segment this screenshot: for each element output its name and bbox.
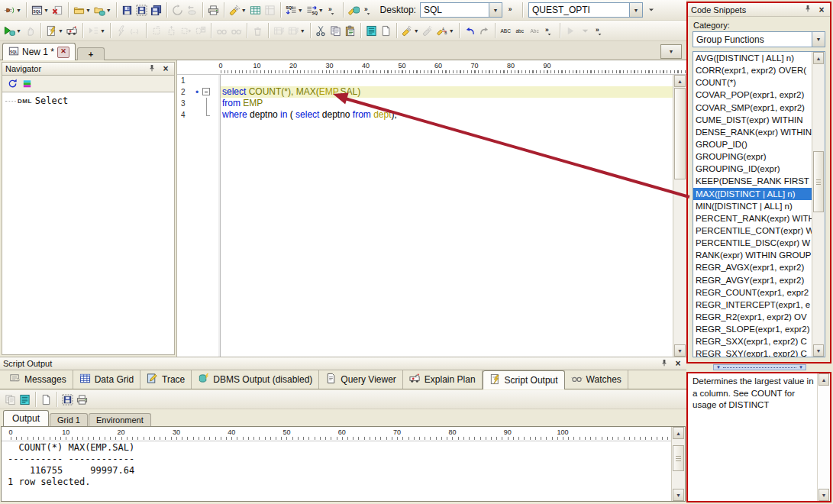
layers-button[interactable] — [20, 75, 34, 93]
panel-splitter[interactable]: ▼ ▼ — [713, 364, 806, 370]
code-line[interactable]: from EMP — [221, 98, 673, 109]
describe-button[interactable]: ▼ — [228, 1, 248, 19]
snippet-item[interactable]: PERCENTILE_DISC(expr) W — [693, 237, 812, 249]
tab-list-dropdown[interactable]: ▼ — [660, 44, 682, 59]
new-sql-window-button[interactable]: SQL▼ — [30, 1, 50, 19]
dropdown-arrow-icon[interactable]: ▼ — [86, 8, 91, 13]
sql-editor[interactable]: 0102030405060708090 12•34 select COUNT(*… — [177, 60, 686, 357]
scroll-down-icon[interactable]: ▼ — [674, 344, 686, 357]
scrollbar-thumb[interactable] — [813, 151, 824, 212]
scroll-down-icon[interactable]: ▼ — [813, 344, 824, 357]
abc-upper-button[interactable]: ABC — [499, 21, 513, 40]
snippet-item[interactable]: MAX([DISTINCT | ALL] n) — [693, 188, 812, 200]
editor-scrollbar[interactable]: ▲ ▼ — [673, 75, 686, 357]
close-tab-icon[interactable]: ✕ — [57, 47, 69, 58]
copy-button[interactable] — [328, 21, 343, 40]
chevron-button[interactable]: » — [592, 21, 607, 40]
subtab-output[interactable]: Output — [3, 410, 49, 426]
new-doc-button[interactable] — [39, 390, 53, 409]
snippet-item[interactable]: GROUPING(expr) — [693, 150, 812, 163]
flashlight-button[interactable]: ▼ — [400, 21, 421, 40]
describe-db-button[interactable] — [347, 1, 361, 19]
undo-button[interactable] — [463, 21, 477, 40]
snippet-item[interactable]: CUME_DIST(expr) WITHIN — [693, 114, 812, 126]
snippet-item[interactable]: REGR_SXY(expr1, expr2) C — [693, 347, 812, 357]
schema-browser-button[interactable] — [248, 1, 263, 19]
connection-select[interactable]: QUEST_OPTI ▼ — [528, 2, 643, 18]
open-file-button[interactable]: ▼ — [72, 1, 92, 19]
new-doc-button[interactable] — [379, 21, 393, 40]
tab-messages[interactable]: Messages — [3, 370, 73, 389]
chevron-down-icon[interactable]: ▼ — [629, 3, 642, 17]
snippet-item[interactable]: PERCENT_RANK(expr) WITH — [693, 212, 812, 225]
snippet-item[interactable]: GROUPING_ID(expr) — [693, 163, 812, 175]
save-all-button[interactable] — [149, 1, 163, 19]
flash-ab-button[interactable]: AB▼ — [435, 21, 456, 40]
save-as-button[interactable] — [60, 390, 75, 409]
category-select[interactable]: Group Functions ▼ — [693, 31, 825, 47]
cut-button[interactable] — [314, 21, 328, 40]
snippet-item[interactable]: CORR(expr1, expr2) OVER( — [693, 64, 812, 76]
chevron-down-icon[interactable]: ▼ — [489, 3, 502, 17]
scroll-up-icon[interactable]: ▲ — [674, 75, 686, 87]
code-line[interactable]: select COUNT(*), MAX(EMP.SAL) — [221, 86, 673, 98]
tab-trace[interactable]: Trace — [140, 370, 192, 389]
snippet-item[interactable]: COVAR_POP(expr1, expr2) — [693, 89, 812, 101]
format-doc-button[interactable] — [18, 390, 32, 409]
snippet-item[interactable]: MIN([DISTINCT | ALL] n) — [693, 200, 812, 212]
save-button[interactable] — [120, 1, 134, 19]
snippet-item[interactable]: RANK(expr) WITHIN GROUP — [693, 249, 812, 261]
dropdown-arrow-icon[interactable]: ▼ — [318, 8, 324, 13]
tab-script-output[interactable]: Script Output — [483, 370, 565, 389]
dropdown-arrow-icon[interactable]: ▼ — [414, 28, 419, 34]
chevron-down-icon[interactable]: ▼ — [812, 32, 825, 47]
paste-button[interactable] — [343, 21, 357, 40]
scrollbar-thumb[interactable] — [674, 88, 686, 179]
fold-column[interactable] — [202, 86, 211, 98]
snippet-item[interactable]: REGR_COUNT(expr1, expr2 — [693, 286, 812, 299]
connect-button[interactable]: ▼ — [2, 1, 23, 19]
dropdown-arrow-icon[interactable]: ▼ — [16, 8, 21, 13]
tab-data-grid[interactable]: Data Grid — [73, 370, 140, 389]
dropdown-arrow-icon[interactable]: ▼ — [44, 8, 49, 13]
close-icon[interactable]: × — [816, 6, 827, 14]
pin-icon[interactable] — [802, 4, 813, 15]
dropdown-arrow-icon[interactable]: ▼ — [16, 28, 21, 34]
code-line[interactable]: where deptno in ( select deptno from dep… — [221, 109, 673, 121]
dropdown-arrow-icon[interactable]: ▼ — [58, 28, 63, 34]
description-scrollbar[interactable]: ▲ ▼ — [817, 373, 830, 501]
collapse-down-icon[interactable]: ▼ — [799, 365, 803, 370]
close-window-button[interactable] — [50, 1, 65, 19]
scroll-down-icon[interactable]: ▼ — [818, 489, 829, 501]
snippet-item[interactable]: COUNT(*) — [693, 76, 812, 89]
collapse-up-icon[interactable]: ▼ — [716, 365, 721, 370]
print-button[interactable] — [206, 1, 221, 19]
connection-dropdown-button[interactable] — [645, 1, 657, 19]
snippet-item[interactable]: PERCENTILE_CONT(expr) W — [693, 225, 812, 237]
pin-icon[interactable] — [147, 63, 157, 75]
snippet-item[interactable]: GROUP_ID() — [693, 138, 812, 150]
sql-recall-button[interactable]: SQL▼ — [284, 1, 305, 19]
scroll-up-icon[interactable]: ▲ — [818, 373, 829, 386]
format-doc-button[interactable] — [364, 21, 379, 40]
execute-script-button[interactable]: ▼ — [44, 21, 65, 40]
snippet-item[interactable]: AVG([DISTINCT | ALL] n) — [693, 52, 812, 64]
dropdown-arrow-icon[interactable]: ▼ — [298, 8, 303, 13]
subtab-environment[interactable]: Environment — [89, 413, 151, 426]
execute-button[interactable]: ▼ — [2, 21, 23, 40]
save-as-button[interactable] — [134, 1, 149, 19]
load-database-button[interactable]: ▼ — [92, 1, 113, 19]
abc-lower-button[interactable]: abc — [513, 21, 528, 40]
snippet-scrollbar[interactable]: ▲ ▼ — [812, 52, 825, 357]
add-tab-button[interactable]: + — [77, 47, 105, 60]
dropdown-arrow-icon[interactable]: ▼ — [241, 8, 247, 13]
chevron-button[interactable]: » — [325, 1, 340, 19]
pin-icon[interactable] — [659, 358, 670, 370]
code-line[interactable] — [221, 75, 673, 86]
chevron-button[interactable]: » — [361, 1, 376, 19]
tab-explain-plan[interactable]: Explain Plan — [403, 370, 483, 389]
desktop-select[interactable]: SQL ▼ — [420, 2, 502, 18]
editor-code[interactable]: select COUNT(*), MAX(EMP.SAL)from EMPwhe… — [221, 75, 673, 357]
scrollbar-thumb[interactable] — [673, 445, 684, 471]
snippet-item[interactable]: REGR_INTERCEPT(expr1, e — [693, 299, 812, 311]
